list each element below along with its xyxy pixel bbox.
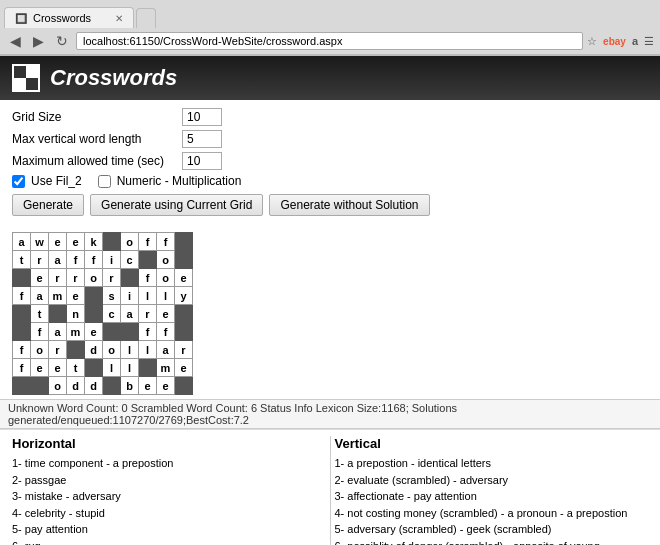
back-button[interactable]: ◀ bbox=[6, 31, 25, 51]
grid-cell[interactable]: k bbox=[85, 233, 103, 251]
amazon-icon[interactable]: a bbox=[632, 35, 638, 47]
grid-cell[interactable]: w bbox=[31, 233, 49, 251]
grid-cell[interactable]: c bbox=[103, 305, 121, 323]
grid-cell[interactable] bbox=[103, 377, 121, 395]
grid-cell[interactable] bbox=[175, 305, 193, 323]
grid-cell[interactable]: e bbox=[67, 287, 85, 305]
grid-cell[interactable]: n bbox=[67, 305, 85, 323]
grid-cell[interactable]: f bbox=[139, 269, 157, 287]
grid-cell[interactable]: e bbox=[139, 377, 157, 395]
grid-cell[interactable] bbox=[175, 251, 193, 269]
grid-cell[interactable]: d bbox=[85, 341, 103, 359]
grid-cell[interactable] bbox=[13, 269, 31, 287]
grid-cell[interactable]: e bbox=[85, 323, 103, 341]
grid-cell[interactable]: r bbox=[67, 269, 85, 287]
grid-cell[interactable] bbox=[175, 233, 193, 251]
grid-cell[interactable]: o bbox=[157, 251, 175, 269]
grid-cell[interactable]: o bbox=[49, 377, 67, 395]
grid-cell[interactable]: e bbox=[67, 233, 85, 251]
ebay-icon[interactable]: ebay bbox=[603, 36, 626, 47]
grid-cell[interactable]: o bbox=[121, 233, 139, 251]
grid-cell[interactable] bbox=[49, 305, 67, 323]
grid-cell[interactable]: e bbox=[175, 269, 193, 287]
refresh-button[interactable]: ↻ bbox=[52, 31, 72, 51]
grid-cell[interactable]: l bbox=[157, 287, 175, 305]
grid-cell[interactable]: a bbox=[157, 341, 175, 359]
grid-cell[interactable] bbox=[13, 323, 31, 341]
grid-cell[interactable]: y bbox=[175, 287, 193, 305]
grid-cell[interactable]: i bbox=[103, 251, 121, 269]
grid-cell[interactable]: d bbox=[85, 377, 103, 395]
grid-cell[interactable]: f bbox=[13, 287, 31, 305]
grid-cell[interactable]: e bbox=[175, 359, 193, 377]
grid-cell[interactable] bbox=[175, 377, 193, 395]
grid-cell[interactable]: r bbox=[103, 269, 121, 287]
grid-cell[interactable] bbox=[121, 323, 139, 341]
grid-cell[interactable]: l bbox=[121, 341, 139, 359]
grid-cell[interactable] bbox=[13, 377, 31, 395]
grid-cell[interactable]: f bbox=[139, 323, 157, 341]
new-tab-btn[interactable] bbox=[136, 8, 156, 28]
max-time-input[interactable] bbox=[182, 152, 222, 170]
generate-current-button[interactable]: Generate using Current Grid bbox=[90, 194, 263, 216]
grid-cell[interactable] bbox=[67, 341, 85, 359]
max-vert-input[interactable] bbox=[182, 130, 222, 148]
grid-cell[interactable]: t bbox=[67, 359, 85, 377]
grid-cell[interactable]: m bbox=[67, 323, 85, 341]
grid-cell[interactable]: l bbox=[121, 359, 139, 377]
grid-cell[interactable]: e bbox=[157, 305, 175, 323]
grid-cell[interactable] bbox=[103, 323, 121, 341]
grid-cell[interactable]: l bbox=[139, 287, 157, 305]
menu-icon[interactable]: ☰ bbox=[644, 35, 654, 48]
grid-cell[interactable]: r bbox=[49, 269, 67, 287]
grid-cell[interactable] bbox=[103, 233, 121, 251]
grid-cell[interactable]: f bbox=[13, 359, 31, 377]
grid-cell[interactable]: f bbox=[157, 233, 175, 251]
grid-cell[interactable] bbox=[31, 377, 49, 395]
grid-cell[interactable]: c bbox=[121, 251, 139, 269]
grid-cell[interactable] bbox=[85, 359, 103, 377]
browser-tab[interactable]: 🔲 Crosswords ✕ bbox=[4, 7, 134, 28]
grid-cell[interactable]: e bbox=[31, 359, 49, 377]
grid-cell[interactable]: l bbox=[103, 359, 121, 377]
grid-cell[interactable]: a bbox=[49, 251, 67, 269]
grid-cell[interactable]: o bbox=[85, 269, 103, 287]
grid-cell[interactable] bbox=[85, 305, 103, 323]
grid-cell[interactable]: e bbox=[31, 269, 49, 287]
grid-cell[interactable]: t bbox=[13, 251, 31, 269]
star-icon[interactable]: ☆ bbox=[587, 35, 597, 48]
address-bar[interactable] bbox=[76, 32, 583, 50]
grid-cell[interactable]: i bbox=[121, 287, 139, 305]
grid-cell[interactable]: r bbox=[49, 341, 67, 359]
grid-cell[interactable]: r bbox=[139, 305, 157, 323]
grid-cell[interactable]: b bbox=[121, 377, 139, 395]
grid-cell[interactable]: e bbox=[49, 359, 67, 377]
grid-cell[interactable] bbox=[175, 323, 193, 341]
grid-cell[interactable]: f bbox=[139, 233, 157, 251]
generate-button[interactable]: Generate bbox=[12, 194, 84, 216]
numeric-mult-checkbox[interactable] bbox=[98, 175, 111, 188]
grid-cell[interactable]: d bbox=[67, 377, 85, 395]
grid-cell[interactable]: f bbox=[157, 323, 175, 341]
grid-cell[interactable]: e bbox=[157, 377, 175, 395]
grid-cell[interactable]: l bbox=[139, 341, 157, 359]
forward-button[interactable]: ▶ bbox=[29, 31, 48, 51]
grid-cell[interactable]: o bbox=[103, 341, 121, 359]
grid-cell[interactable]: o bbox=[31, 341, 49, 359]
grid-cell[interactable]: s bbox=[103, 287, 121, 305]
grid-cell[interactable]: f bbox=[31, 323, 49, 341]
grid-cell[interactable]: f bbox=[67, 251, 85, 269]
grid-cell[interactable]: a bbox=[13, 233, 31, 251]
grid-cell[interactable]: f bbox=[13, 341, 31, 359]
generate-no-solution-button[interactable]: Generate without Solution bbox=[269, 194, 429, 216]
tab-close-btn[interactable]: ✕ bbox=[115, 13, 123, 24]
grid-cell[interactable] bbox=[85, 287, 103, 305]
grid-cell[interactable] bbox=[121, 269, 139, 287]
grid-cell[interactable] bbox=[139, 251, 157, 269]
grid-cell[interactable]: t bbox=[31, 305, 49, 323]
grid-cell[interactable] bbox=[139, 359, 157, 377]
grid-cell[interactable]: a bbox=[121, 305, 139, 323]
grid-cell[interactable]: r bbox=[31, 251, 49, 269]
grid-cell[interactable]: e bbox=[49, 233, 67, 251]
grid-cell[interactable]: a bbox=[49, 323, 67, 341]
